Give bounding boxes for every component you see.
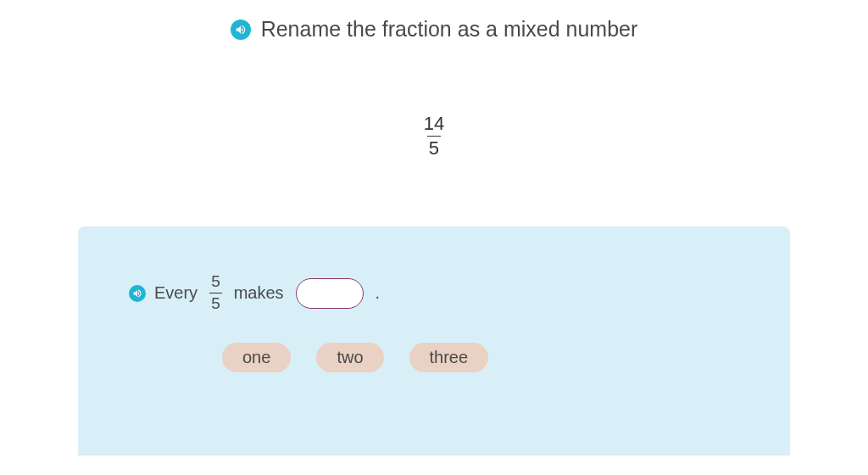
prompt-text-before: Every [154,283,198,303]
option-two[interactable]: two [316,343,383,372]
prompt-row: Every 5 5 makes . [129,273,756,313]
prompt-text-end: . [376,283,381,303]
options-row: one two three [222,343,756,372]
answer-pad: Every 5 5 makes . one two three [78,226,790,455]
problem-numerator: 14 [422,114,446,136]
audio-icon[interactable] [231,20,251,40]
answer-slot[interactable] [296,278,364,309]
prompt-fraction: 5 5 [209,273,222,313]
prompt-text-after: makes [234,283,284,303]
problem-fraction: 14 5 [0,114,868,159]
question-title: Rename the fraction as a mixed number [261,17,638,42]
prompt-fraction-denom: 5 [209,293,222,313]
option-one[interactable]: one [222,343,291,372]
option-three[interactable]: three [409,343,489,372]
problem-denominator: 5 [427,136,441,159]
question-header: Rename the fraction as a mixed number [0,0,868,50]
audio-icon[interactable] [129,285,146,302]
prompt-fraction-num: 5 [209,273,222,293]
